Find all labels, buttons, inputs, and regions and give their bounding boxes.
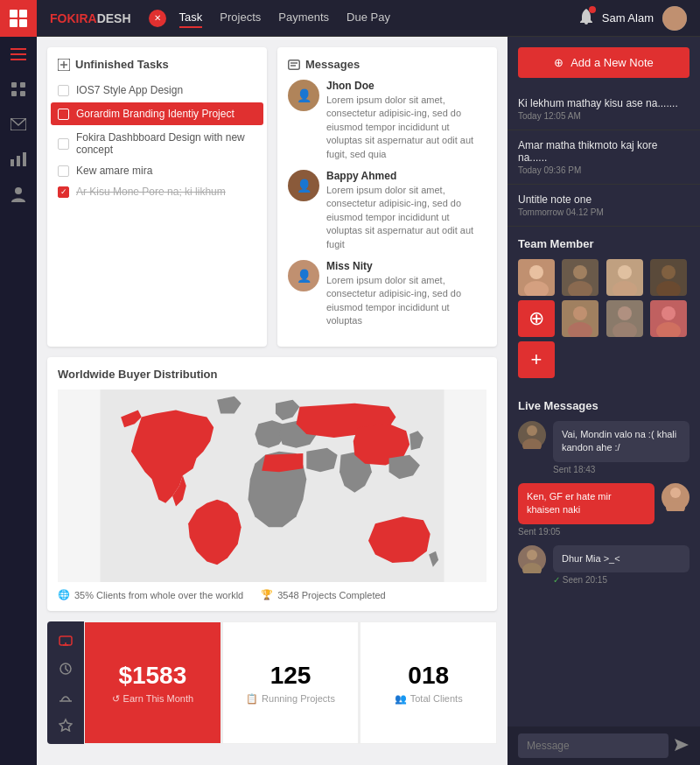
sidebar-item-grid[interactable] bbox=[0, 74, 37, 105]
message-item[interactable]: 👤 Bappy Ahmed Lorem ipsum dolor sit amet… bbox=[288, 170, 486, 251]
chat-message-received-2: Dhur Mia >_< ✓ Seen 20:15 bbox=[518, 545, 690, 585]
live-messages-section: Live Messages Vai, Mondin valo na :( kha… bbox=[508, 389, 700, 726]
team-member[interactable] bbox=[650, 300, 687, 337]
stat-icon-3[interactable] bbox=[53, 684, 78, 709]
svg-point-31 bbox=[573, 265, 587, 279]
task-item[interactable]: Fokira Dashbboard Design with new concep… bbox=[58, 127, 256, 160]
notification-bell[interactable] bbox=[579, 9, 593, 28]
chat-input-row bbox=[508, 726, 700, 765]
msg-avatar: 👤 bbox=[288, 170, 319, 201]
map-stat-projects: 🏆 3548 Projects Completed bbox=[261, 589, 386, 600]
chat-text-sent: Ken, GF er hate mir khaisen naki bbox=[518, 483, 654, 524]
team-member[interactable] bbox=[518, 259, 555, 296]
team-grid: ⊕ + bbox=[518, 259, 690, 378]
svg-rect-2 bbox=[10, 19, 18, 27]
team-member[interactable] bbox=[606, 259, 643, 296]
stat-icon-2[interactable] bbox=[53, 656, 78, 681]
task-item[interactable]: IOS7 Style App Design bbox=[58, 80, 256, 101]
stat-projects: 125 📋Running Projects bbox=[222, 621, 360, 744]
stats-row: $1583 ↺Earn This Month 125 📋Running Proj… bbox=[47, 621, 497, 744]
avatar[interactable] bbox=[662, 6, 687, 31]
svg-point-32 bbox=[568, 281, 592, 296]
svg-point-45 bbox=[670, 488, 681, 498]
nav-duepay[interactable]: Due Pay bbox=[346, 8, 390, 28]
svg-point-48 bbox=[522, 563, 542, 573]
team-member-add-small[interactable]: + bbox=[518, 341, 555, 378]
chat-time-2: ✓ Seen 20:15 bbox=[553, 575, 690, 585]
topbar-right: Sam Alam bbox=[579, 6, 687, 31]
note-item[interactable]: Amar matha thikmoto kaj kore na...... To… bbox=[508, 130, 700, 185]
team-member[interactable] bbox=[650, 259, 687, 296]
sidebar-item-user[interactable] bbox=[0, 179, 37, 210]
team-member[interactable] bbox=[562, 300, 598, 337]
task-list: IOS7 Style App Design Gorardim Branding … bbox=[58, 80, 256, 202]
messages-title: Messages bbox=[288, 58, 486, 71]
svg-rect-3 bbox=[19, 19, 27, 27]
svg-rect-8 bbox=[20, 82, 25, 88]
svg-point-29 bbox=[529, 265, 543, 279]
task-item[interactable]: Kew amare mira bbox=[58, 160, 256, 181]
task-checkbox-checked[interactable]: ✓ bbox=[58, 186, 69, 198]
task-checkbox[interactable] bbox=[58, 165, 69, 177]
team-member[interactable] bbox=[606, 300, 643, 337]
svg-point-36 bbox=[656, 281, 681, 296]
stat-earn: $1583 ↺Earn This Month bbox=[84, 621, 221, 744]
msg-content: Jhon Doe Lorem ipsum dolor sit amet, con… bbox=[326, 80, 486, 161]
msg-content: Bappy Ahmed Lorem ipsum dolor sit amet, … bbox=[326, 170, 486, 251]
message-item[interactable]: 👤 Miss Nity Lorem ipsum dolor sit amet, … bbox=[288, 260, 486, 328]
top-row: Unfinished Tasks IOS7 Style App Design G… bbox=[47, 47, 497, 347]
task-item-checked[interactable]: ✓ Ar Kisu Mone Pore na; ki likhum bbox=[58, 181, 256, 202]
notes-list: Ki lekhum mathay kisu ase na....... Toda… bbox=[508, 88, 700, 227]
map-container bbox=[58, 390, 486, 582]
note-item[interactable]: Untitle note one Tommorrow 04.12 PM bbox=[508, 185, 700, 227]
svg-point-43 bbox=[527, 425, 537, 436]
brand: FOKIRADESH bbox=[50, 11, 131, 25]
add-note-button[interactable]: ⊕ Add a New Note bbox=[518, 47, 690, 78]
stat-icon-4[interactable] bbox=[53, 712, 78, 737]
stats-sidebar bbox=[47, 621, 84, 744]
task-checkbox[interactable] bbox=[58, 138, 69, 150]
stat-icon-1[interactable] bbox=[53, 628, 78, 653]
chat-input[interactable] bbox=[518, 733, 668, 758]
task-checkbox[interactable] bbox=[58, 85, 69, 96]
svg-point-33 bbox=[618, 265, 632, 279]
content-area: Unfinished Tasks IOS7 Style App Design G… bbox=[37, 37, 700, 765]
task-item-active[interactable]: Gorardim Branding Identiy Project bbox=[51, 102, 263, 125]
tasks-card: Unfinished Tasks IOS7 Style App Design G… bbox=[47, 47, 267, 347]
svg-point-41 bbox=[662, 306, 676, 320]
sidebar-item-bars[interactable] bbox=[0, 39, 37, 70]
nav-projects[interactable]: Projects bbox=[220, 8, 261, 28]
close-button[interactable]: ✕ bbox=[149, 10, 166, 27]
chat-time: Sent 18:43 bbox=[553, 465, 690, 474]
svg-rect-12 bbox=[10, 159, 14, 166]
sidebar-item-chart[interactable] bbox=[0, 144, 37, 175]
brand-name1: FOKIRA bbox=[50, 11, 97, 25]
task-checkbox-active[interactable] bbox=[58, 109, 69, 120]
chat-avatar bbox=[518, 421, 546, 449]
tasks-title: Unfinished Tasks bbox=[58, 58, 256, 71]
svg-point-40 bbox=[612, 322, 637, 337]
svg-rect-7 bbox=[11, 82, 17, 88]
team-title: Team Member bbox=[518, 237, 690, 250]
send-button[interactable] bbox=[674, 738, 690, 754]
svg-rect-13 bbox=[17, 156, 20, 166]
nav-payments[interactable]: Payments bbox=[278, 8, 329, 28]
sidebar-logo[interactable] bbox=[0, 0, 37, 37]
notes-section: ⊕ Add a New Note bbox=[508, 37, 700, 88]
svg-marker-49 bbox=[675, 739, 689, 751]
chat-message-received: Vai, Mondin valo na :( khali kandon ahe … bbox=[518, 421, 690, 474]
svg-point-30 bbox=[524, 281, 549, 296]
sidebar-item-mail[interactable] bbox=[0, 109, 37, 140]
stat-projects-value: 125 bbox=[270, 662, 312, 690]
sidebar bbox=[0, 0, 37, 765]
seen-tick: ✓ bbox=[553, 575, 560, 585]
message-item[interactable]: 👤 Jhon Doe Lorem ipsum dolor sit amet, c… bbox=[288, 80, 486, 161]
nav-task[interactable]: Task bbox=[179, 8, 203, 28]
note-item[interactable]: Ki lekhum mathay kisu ase na....... Toda… bbox=[508, 88, 700, 130]
svg-rect-10 bbox=[20, 91, 25, 96]
main-content: FOKIRADESH ✕ Task Projects Payments Due … bbox=[37, 0, 700, 765]
chat-content: Vai, Mondin valo na :( khali kandon ahe … bbox=[553, 421, 690, 474]
svg-rect-5 bbox=[10, 53, 26, 55]
team-member-add[interactable]: ⊕ bbox=[518, 300, 555, 337]
team-member[interactable] bbox=[562, 259, 598, 296]
